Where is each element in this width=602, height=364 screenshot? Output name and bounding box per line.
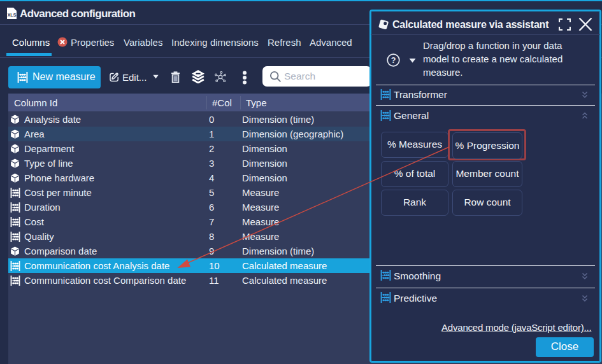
svg-text:?: ? — [391, 56, 396, 65]
svg-text:XLS: XLS — [8, 13, 17, 17]
